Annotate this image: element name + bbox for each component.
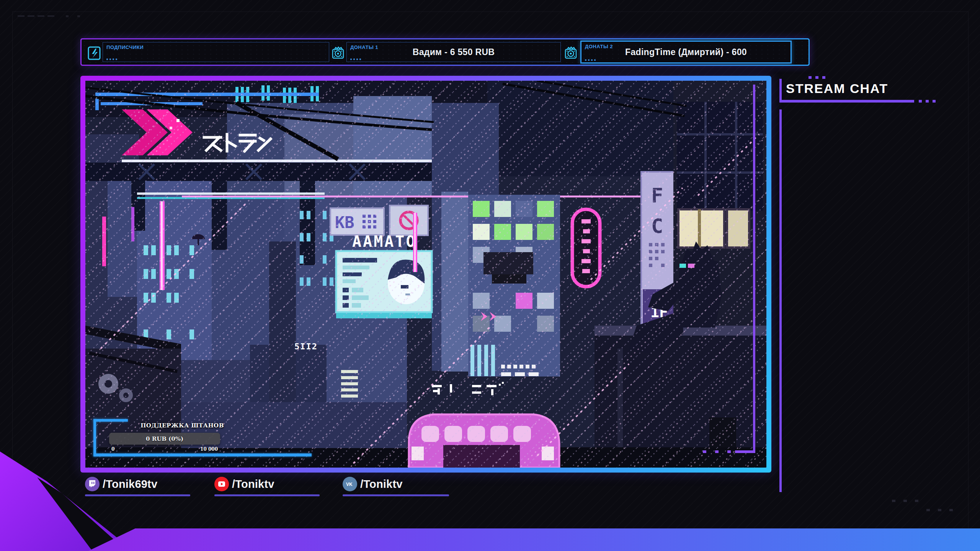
youtube-icon (214, 477, 229, 491)
corner-dash-marks (18, 15, 57, 17)
goal-scale-max: 10 000 (200, 447, 218, 452)
donations2-widget: ДОНАТЫ 2 FadingTime (Дмиртий) - 600 (580, 41, 792, 64)
chat-deco-dot (822, 76, 825, 79)
svg-text:VK: VK (346, 482, 353, 487)
widget-dots (106, 59, 118, 60)
goal-scale-min: 0 (111, 447, 114, 452)
social-handle: /Tonik69tv (103, 478, 157, 491)
stream-widgets-bar-inner: ПОДПИСЧИКИ ДОНАТЫ 1 Вадим - 6 550 RUB ДО (82, 39, 808, 65)
social-underline (85, 494, 190, 496)
game-capture: 5II2 KB AAMATO (85, 81, 766, 468)
bottom-gradient-band (0, 527, 980, 551)
goal-bracket (93, 419, 96, 456)
chat-deco-dot (933, 100, 936, 103)
video-deco-dot (715, 450, 719, 453)
chat-bracket-underline (779, 100, 914, 103)
donations1-value: Вадим - 6 550 RUB (347, 42, 560, 62)
stream-chat-title: STREAM CHAT (786, 81, 888, 96)
social-handle: /Toniktv (232, 478, 274, 491)
corner-dot (77, 15, 80, 17)
social-handle: /Toniktv (360, 478, 403, 491)
video-deco-foot (735, 450, 755, 453)
video-deco-line (753, 85, 755, 453)
widget-dots (350, 59, 362, 60)
video-deco-dot (703, 450, 706, 453)
donations1-widget: ДОНАТЫ 1 Вадим - 6 550 RUB (346, 42, 561, 62)
subscribers-bolt-icon (87, 45, 102, 61)
corner-dot (915, 500, 918, 502)
twitch-icon (85, 477, 100, 491)
vk-icon: VK (343, 477, 357, 491)
stream-widgets-bar: ПОДПИСЧИКИ ДОНАТЫ 1 Вадим - 6 550 RUB ДО (80, 38, 810, 66)
goal-bracket (93, 453, 312, 456)
social-underline (343, 494, 449, 496)
chat-deco-dot (926, 100, 929, 103)
chat-deco-dot (808, 76, 812, 79)
corner-dot (903, 500, 907, 502)
corner-dot (66, 15, 69, 17)
chat-deco-dot (815, 76, 818, 79)
social-link-twitch[interactable]: /Tonik69tv (85, 477, 192, 500)
social-link-youtube[interactable]: /Toniktv (214, 477, 322, 500)
donation-goal-scale: 0 10 000 (109, 447, 220, 452)
corner-dot (926, 509, 930, 511)
chat-bracket (779, 79, 782, 103)
subscribers-label: ПОДПИСЧИКИ (106, 44, 144, 50)
subscribers-widget: ПОДПИСЧИКИ (103, 42, 329, 62)
rain-layer (85, 81, 766, 468)
camera-icon (330, 45, 346, 60)
pixel-art-cityscape: 5II2 KB AAMATO (85, 81, 766, 468)
video-deco-dot (727, 450, 731, 453)
goal-bracket (93, 419, 128, 422)
donation-goal-progressbar: 0 RUB (0%) (109, 433, 220, 445)
widget-dots (585, 59, 596, 61)
video-frame: 5II2 KB AAMATO (80, 76, 771, 473)
chat-panel-border (779, 109, 782, 492)
corner-dot (949, 509, 953, 511)
donations2-value: FadingTime (Дмиртий) - 600 (581, 42, 791, 62)
camera-icon (563, 45, 578, 60)
social-underline (214, 494, 320, 496)
corner-dot (938, 509, 941, 511)
social-link-vk[interactable]: VK /Toniktv (343, 477, 452, 500)
chat-deco-dot (919, 100, 922, 103)
donation-goal-title: ПОДДЕРЖКА ШТАНОВ (127, 422, 238, 429)
donation-goal-progress-label: 0 RUB (0%) (146, 435, 183, 442)
corner-dot (892, 500, 895, 502)
